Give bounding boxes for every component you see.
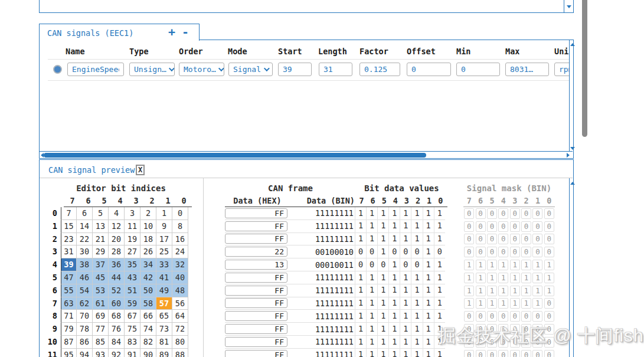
editor-bit-cell[interactable]: 53 <box>93 284 109 297</box>
editor-bit-cell[interactable]: 61 <box>93 297 109 310</box>
editor-bit-cell[interactable]: 79 <box>61 323 77 336</box>
editor-bit-cell[interactable]: 73 <box>156 323 172 336</box>
editor-bit-cell[interactable]: 33 <box>156 258 172 271</box>
editor-bit-cell[interactable]: 71 <box>61 310 77 323</box>
editor-bit-cell[interactable]: 90 <box>140 349 156 357</box>
editor-bit-cell[interactable]: 25 <box>156 245 172 258</box>
editor-bit-cell[interactable]: 32 <box>172 258 188 271</box>
page-scrollbar-thumb[interactable] <box>582 0 587 137</box>
add-signal-button[interactable]: + <box>168 25 175 39</box>
editor-bit-cell[interactable]: 78 <box>77 323 93 336</box>
editor-bit-cell[interactable]: 58 <box>140 297 156 310</box>
hex-data-input[interactable] <box>225 260 287 270</box>
editor-bit-cell[interactable]: 30 <box>77 245 93 258</box>
editor-bit-cell[interactable]: 7 <box>61 207 77 220</box>
hex-data-input[interactable] <box>225 337 287 347</box>
editor-bit-cell[interactable]: 86 <box>77 336 93 349</box>
editor-bit-cell[interactable]: 2 <box>140 207 156 220</box>
editor-bit-cell[interactable]: 36 <box>109 258 125 271</box>
editor-bit-cell[interactable]: 80 <box>172 336 188 349</box>
editor-bit-cell[interactable]: 68 <box>109 310 125 323</box>
editor-bit-cell[interactable]: 67 <box>125 310 140 323</box>
signals-scroll-up-icon[interactable] <box>570 43 575 46</box>
signals-hscrollbar-thumb[interactable] <box>44 153 426 158</box>
editor-bit-cell[interactable]: 24 <box>172 245 188 258</box>
editor-bit-cell[interactable]: 94 <box>77 349 93 357</box>
editor-bit-cell[interactable]: 49 <box>156 284 172 297</box>
editor-bit-cell[interactable]: 44 <box>109 271 125 284</box>
editor-bit-cell[interactable]: 56 <box>172 297 188 310</box>
editor-bit-cell[interactable]: 38 <box>77 258 93 271</box>
editor-bit-cell[interactable]: 55 <box>61 284 77 297</box>
editor-bit-cell[interactable]: 23 <box>61 233 77 246</box>
editor-bit-cell[interactable]: 6 <box>77 207 93 220</box>
editor-bit-cell[interactable]: 51 <box>125 284 140 297</box>
preview-visible-checkbox[interactable]: X <box>136 165 145 175</box>
editor-bit-cell[interactable]: 64 <box>172 310 188 323</box>
hex-data-input[interactable] <box>225 286 287 296</box>
signal-row-radio[interactable] <box>53 65 62 74</box>
editor-bit-cell[interactable]: 10 <box>140 220 156 233</box>
editor-bit-cell[interactable]: 21 <box>93 233 109 246</box>
editor-bit-cell[interactable]: 81 <box>156 336 172 349</box>
editor-bit-cell[interactable]: 0 <box>172 207 188 220</box>
hex-data-input[interactable] <box>225 221 287 231</box>
hex-data-input[interactable] <box>225 247 287 257</box>
editor-bit-cell[interactable]: 18 <box>140 233 156 246</box>
editor-bit-cell[interactable]: 16 <box>172 233 188 246</box>
editor-bit-cell[interactable]: 17 <box>156 233 172 246</box>
editor-bit-cell[interactable]: 72 <box>172 323 188 336</box>
editor-bit-cell[interactable]: 88 <box>172 349 188 357</box>
editor-bit-cell[interactable]: 45 <box>93 271 109 284</box>
editor-bit-cell[interactable]: 84 <box>109 336 125 349</box>
editor-bit-cell[interactable]: 57 <box>156 297 172 310</box>
editor-bit-cell[interactable]: 40 <box>172 271 188 284</box>
editor-bit-cell[interactable]: 93 <box>93 349 109 357</box>
editor-bit-cell[interactable]: 54 <box>77 284 93 297</box>
editor-bit-cell[interactable]: 76 <box>109 323 125 336</box>
editor-bit-cell[interactable]: 19 <box>125 233 140 246</box>
editor-bit-cell[interactable]: 92 <box>109 349 125 357</box>
editor-bit-cell[interactable]: 22 <box>77 233 93 246</box>
editor-bit-cell[interactable]: 9 <box>156 220 172 233</box>
editor-bit-cell[interactable]: 27 <box>125 245 140 258</box>
editor-bit-cell[interactable]: 1 <box>156 207 172 220</box>
hex-data-input[interactable] <box>225 311 287 321</box>
editor-bit-cell[interactable]: 66 <box>140 310 156 323</box>
signal-max-input[interactable] <box>505 63 549 76</box>
editor-bit-cell[interactable]: 89 <box>156 349 172 357</box>
editor-bit-cell[interactable]: 47 <box>61 271 77 284</box>
remove-signal-button[interactable]: - <box>182 25 189 39</box>
editor-bit-cell[interactable]: 37 <box>93 258 109 271</box>
preview-scroll-up-icon[interactable] <box>570 182 575 185</box>
editor-bit-cell[interactable]: 77 <box>93 323 109 336</box>
signal-factor-input[interactable] <box>359 63 400 76</box>
signals-scroll-down-icon[interactable] <box>570 147 575 150</box>
editor-bit-cell[interactable]: 5 <box>93 207 109 220</box>
editor-bit-cell[interactable]: 95 <box>61 349 77 357</box>
editor-bit-cell[interactable]: 91 <box>125 349 140 357</box>
signal-order-select[interactable]: Motoro… <box>179 63 224 76</box>
editor-bit-cell[interactable]: 43 <box>125 271 140 284</box>
editor-bit-cell[interactable]: 70 <box>77 310 93 323</box>
signals-hscrollbar-track[interactable] <box>40 151 573 152</box>
editor-bit-cell[interactable]: 52 <box>109 284 125 297</box>
editor-bit-cell[interactable]: 82 <box>140 336 156 349</box>
editor-bit-cell[interactable]: 31 <box>61 245 77 258</box>
editor-bit-cell[interactable]: 29 <box>93 245 109 258</box>
editor-bit-cell[interactable]: 14 <box>77 220 93 233</box>
editor-bit-cell[interactable]: 69 <box>93 310 109 323</box>
signal-offset-input[interactable] <box>407 63 451 76</box>
signals-scroll-right-icon[interactable] <box>567 153 570 158</box>
editor-bit-cell[interactable]: 50 <box>140 284 156 297</box>
editor-bit-cell[interactable]: 12 <box>109 220 125 233</box>
top-panel-scroll-down-icon[interactable] <box>567 5 571 8</box>
editor-bit-cell[interactable]: 74 <box>140 323 156 336</box>
hex-data-input[interactable] <box>225 324 287 334</box>
signal-unit-input[interactable] <box>554 63 569 76</box>
editor-bit-cell[interactable]: 59 <box>125 297 140 310</box>
editor-bit-cell[interactable]: 20 <box>109 233 125 246</box>
hex-data-input[interactable] <box>225 350 287 357</box>
editor-bit-cell[interactable]: 3 <box>125 207 140 220</box>
signal-min-input[interactable] <box>456 63 500 76</box>
